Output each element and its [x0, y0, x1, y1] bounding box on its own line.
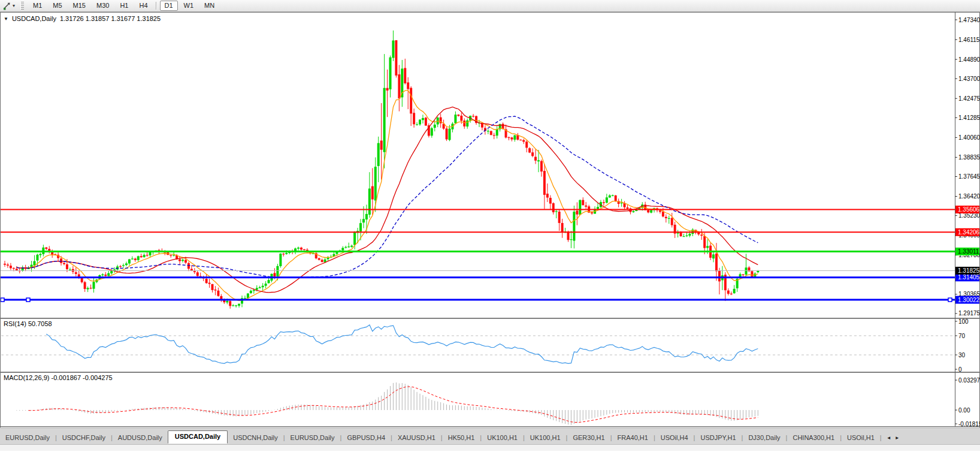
price-level-label: 1.33011	[958, 248, 979, 255]
rsi-axis-tick: 70	[958, 333, 966, 339]
toolbar-separator	[156, 2, 157, 10]
chart-area[interactable]: 1.473401.461151.448901.437001.424751.412…	[0, 11, 980, 461]
y-axis-tick: 1.29175	[958, 310, 980, 317]
chart-tab-usdjpy-h1[interactable]: USDJPY,H1	[695, 432, 741, 444]
timeframe-button-h4[interactable]: H4	[134, 1, 152, 11]
hline-handle[interactable]	[948, 298, 952, 302]
tab-bar-bottom-strip	[0, 444, 980, 451]
toolbar-grip-handle[interactable]	[20, 2, 24, 10]
rsi-axis-tick: 30	[958, 352, 966, 358]
y-axis-tick: 1.37645	[958, 173, 980, 180]
hline-handle[interactable]	[26, 298, 30, 302]
tab-scroll-buttons: ◄►	[887, 435, 903, 441]
y-axis-tick: 1.47340	[958, 17, 980, 23]
chart-tab-ger30-h1[interactable]: GER30,H1	[567, 432, 610, 444]
trading-platform-window: ▾ M1M5M15M30H1H4D1W1MN 1.473401.461151.4…	[0, 0, 980, 461]
cursor-line-tool-button[interactable]: ▾	[1, 1, 16, 11]
rsi-axis-tick: 0	[958, 366, 962, 373]
chart-tab-eurusd-daily[interactable]: EURUSD,Daily	[285, 432, 340, 444]
rsi-indicator-label: RSI(14) 50.7058	[4, 320, 52, 327]
tab-separator: |	[880, 434, 882, 441]
price-level-label: 1.31825	[958, 267, 980, 274]
chart-tab-usdcnh-daily[interactable]: USDCNH,Daily	[228, 432, 283, 444]
chart-tab-eurusd-daily[interactable]: EURUSD,Daily	[0, 432, 55, 444]
timeframe-button-m30[interactable]: M30	[92, 1, 114, 11]
y-axis-tick: 1.43700	[958, 76, 980, 82]
chart-tab-bar: EURUSD,Daily|USDCHF,Daily|AUDUSD,DailyUS…	[0, 427, 980, 450]
timeframe-button-mn[interactable]: MN	[199, 1, 219, 11]
chart-tab-usdchf-daily[interactable]: USDCHF,Daily	[57, 432, 111, 444]
tool-dropdown-caret-icon[interactable]: ▾	[13, 3, 15, 8]
timeframe-button-m5[interactable]: M5	[48, 1, 66, 11]
macd-axis-tick: 0.032972	[958, 377, 980, 384]
chart-tab-xauusd-h1[interactable]: XAUUSD,H1	[392, 432, 441, 444]
macd-axis-tick: -0.01815	[958, 421, 980, 427]
chart-tab-usoil-h4[interactable]: USOil,H4	[655, 432, 694, 444]
chart-tab-fra40-h1[interactable]: FRA40,H1	[612, 432, 654, 444]
chart-tab-usdcad-daily[interactable]: USDCAD,Daily	[168, 430, 228, 444]
y-axis-tick: 1.36420	[958, 193, 980, 200]
tab-scroll-left-icon[interactable]: ◄	[887, 435, 891, 441]
y-axis-tick: 1.40060	[958, 134, 980, 141]
price-level-label: 1.30022	[958, 297, 980, 303]
hline-handle[interactable]	[1, 298, 4, 302]
timeframe-button-m15[interactable]: M15	[68, 1, 90, 11]
cursor-line-tool-icon	[2, 2, 11, 10]
chart-tab-china300-h1[interactable]: CHINA300,H1	[787, 432, 840, 444]
chart-symbol-period: USDCAD,Daily	[12, 15, 56, 22]
chart-tab-usoil-h1[interactable]: USOil,H1	[842, 432, 880, 444]
y-axis-tick: 1.46115	[958, 37, 980, 43]
chart-tab-dj30-daily[interactable]: DJ30,Daily	[743, 432, 785, 444]
macd-indicator-label: MACD(12,26,9) -0.001867 -0.004275	[4, 374, 113, 381]
chart-tab-gbpusd-h4[interactable]: GBPUSD,H4	[341, 432, 391, 444]
price-level-label: 1.34206	[958, 229, 980, 236]
macd-axis-tick: 0.00	[958, 407, 970, 414]
chart-title: ▼ USDCAD,Daily 1.31726 1.31857 1.31677 1…	[4, 15, 161, 22]
timeframe-toolbar: ▾ M1M5M15M30H1H4D1W1MN	[0, 0, 980, 12]
price-level-label: 1.31405	[958, 274, 980, 281]
chart-ohlc-quotes: 1.31726 1.31857 1.31677 1.31825	[60, 15, 161, 22]
chart-tab-audusd-daily[interactable]: AUDUSD,Daily	[113, 432, 168, 444]
y-axis-tick: 1.38835	[958, 154, 980, 161]
chart-tab-uk100-h1[interactable]: UK100,H1	[525, 432, 566, 444]
timeframe-button-w1[interactable]: W1	[179, 1, 199, 11]
timeframe-button-h1[interactable]: H1	[115, 1, 133, 11]
y-axis-tick: 1.44890	[958, 56, 980, 63]
chart-collapse-icon[interactable]: ▼	[4, 16, 8, 22]
rsi-axis-tick: 100	[958, 318, 969, 325]
timeframe-button-m1[interactable]: M1	[28, 1, 47, 11]
y-axis-tick: 1.41285	[958, 115, 980, 121]
price-chart-canvas: 1.473401.461151.448901.437001.424751.412…	[0, 11, 980, 461]
timeframe-button-d1[interactable]: D1	[160, 1, 178, 11]
y-axis-tick: 1.42475	[958, 95, 980, 102]
tab-scroll-right-icon[interactable]: ►	[895, 435, 900, 441]
chart-tab-uk100-h1[interactable]: UK100,H1	[482, 432, 523, 444]
chart-tab-hk50-h1[interactable]: HK50,H1	[443, 432, 480, 444]
price-level-label: 1.35606	[958, 206, 980, 213]
